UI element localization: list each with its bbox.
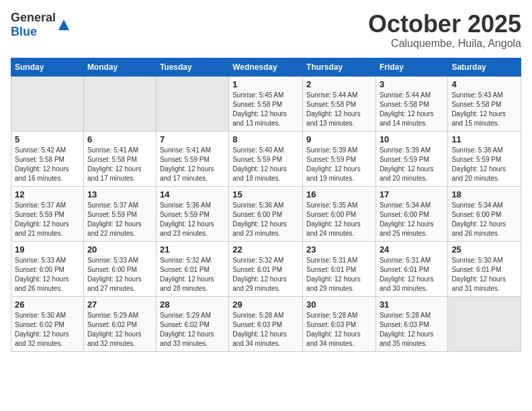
day-info: Sunrise: 5:34 AM Sunset: 6:00 PM Dayligh… — [380, 201, 444, 238]
calendar-cell: 6Sunrise: 5:41 AM Sunset: 5:58 PM Daylig… — [83, 131, 156, 186]
day-number: 13 — [87, 189, 152, 199]
day-info: Sunrise: 5:31 AM Sunset: 6:01 PM Dayligh… — [380, 256, 444, 293]
day-number: 31 — [380, 300, 444, 310]
calendar-cell — [156, 76, 228, 131]
day-info: Sunrise: 5:32 AM Sunset: 6:01 PM Dayligh… — [232, 256, 299, 293]
day-info: Sunrise: 5:31 AM Sunset: 6:01 PM Dayligh… — [306, 256, 372, 293]
calendar-cell: 3Sunrise: 5:44 AM Sunset: 5:58 PM Daylig… — [375, 76, 447, 131]
day-number: 4 — [451, 79, 517, 89]
weekday-saturday: Saturday — [448, 58, 521, 76]
logo-blue: Blue — [11, 25, 37, 38]
day-info: Sunrise: 5:43 AM Sunset: 5:58 PM Dayligh… — [451, 91, 517, 128]
day-number: 15 — [232, 189, 299, 199]
day-info: Sunrise: 5:35 AM Sunset: 6:00 PM Dayligh… — [306, 201, 372, 238]
day-number: 14 — [160, 189, 225, 199]
day-info: Sunrise: 5:42 AM Sunset: 5:58 PM Dayligh… — [15, 146, 80, 183]
day-info: Sunrise: 5:28 AM Sunset: 6:03 PM Dayligh… — [306, 311, 372, 349]
calendar-cell: 19Sunrise: 5:33 AM Sunset: 6:00 PM Dayli… — [11, 241, 84, 296]
logo-general: General — [11, 11, 56, 24]
calendar-cell: 17Sunrise: 5:34 AM Sunset: 6:00 PM Dayli… — [375, 186, 447, 241]
calendar-body: 1Sunrise: 5:45 AM Sunset: 5:58 PM Daylig… — [11, 76, 521, 351]
calendar-cell: 31Sunrise: 5:28 AM Sunset: 6:03 PM Dayli… — [375, 296, 447, 351]
calendar-cell: 21Sunrise: 5:32 AM Sunset: 6:01 PM Dayli… — [156, 241, 228, 296]
calendar-week-2: 12Sunrise: 5:37 AM Sunset: 5:59 PM Dayli… — [11, 186, 521, 241]
calendar-cell — [83, 76, 156, 131]
calendar-week-4: 26Sunrise: 5:30 AM Sunset: 6:02 PM Dayli… — [11, 296, 521, 351]
calendar-cell: 15Sunrise: 5:36 AM Sunset: 6:00 PM Dayli… — [229, 186, 303, 241]
day-number: 28 — [160, 300, 225, 310]
calendar-cell: 8Sunrise: 5:40 AM Sunset: 5:59 PM Daylig… — [229, 131, 303, 186]
day-number: 25 — [451, 244, 517, 255]
day-info: Sunrise: 5:39 AM Sunset: 5:59 PM Dayligh… — [306, 146, 372, 183]
calendar-cell: 11Sunrise: 5:38 AM Sunset: 5:59 PM Dayli… — [448, 131, 521, 186]
calendar-cell: 5Sunrise: 5:42 AM Sunset: 5:58 PM Daylig… — [11, 131, 84, 186]
calendar-cell: 24Sunrise: 5:31 AM Sunset: 6:01 PM Dayli… — [375, 241, 447, 296]
calendar-cell: 23Sunrise: 5:31 AM Sunset: 6:01 PM Dayli… — [303, 241, 376, 296]
svg-marker-0 — [58, 19, 69, 30]
day-info: Sunrise: 5:37 AM Sunset: 5:59 PM Dayligh… — [15, 201, 80, 238]
calendar-week-1: 5Sunrise: 5:42 AM Sunset: 5:58 PM Daylig… — [11, 131, 521, 186]
day-number: 8 — [232, 134, 299, 144]
calendar-cell: 2Sunrise: 5:44 AM Sunset: 5:58 PM Daylig… — [303, 76, 376, 131]
calendar-cell: 4Sunrise: 5:43 AM Sunset: 5:58 PM Daylig… — [448, 76, 521, 131]
day-number: 5 — [15, 134, 80, 144]
day-info: Sunrise: 5:33 AM Sunset: 6:00 PM Dayligh… — [87, 256, 152, 293]
title-block: October 2025 Caluquembe, Huila, Angola — [368, 11, 521, 50]
day-number: 24 — [380, 244, 444, 255]
day-number: 2 — [306, 79, 372, 89]
calendar-cell: 13Sunrise: 5:37 AM Sunset: 5:59 PM Dayli… — [83, 186, 156, 241]
calendar-cell: 20Sunrise: 5:33 AM Sunset: 6:00 PM Dayli… — [83, 241, 156, 296]
day-number: 9 — [306, 134, 372, 144]
day-number: 27 — [87, 300, 152, 310]
calendar-cell: 9Sunrise: 5:39 AM Sunset: 5:59 PM Daylig… — [303, 131, 376, 186]
day-number: 10 — [380, 134, 444, 144]
day-info: Sunrise: 5:37 AM Sunset: 5:59 PM Dayligh… — [87, 201, 152, 238]
day-info: Sunrise: 5:28 AM Sunset: 6:03 PM Dayligh… — [232, 311, 299, 349]
day-info: Sunrise: 5:30 AM Sunset: 6:01 PM Dayligh… — [451, 256, 517, 293]
weekday-header-row: SundayMondayTuesdayWednesdayThursdayFrid… — [11, 58, 521, 76]
day-number: 23 — [306, 244, 372, 255]
day-info: Sunrise: 5:38 AM Sunset: 5:59 PM Dayligh… — [451, 146, 517, 183]
day-info: Sunrise: 5:29 AM Sunset: 6:02 PM Dayligh… — [160, 311, 225, 349]
day-number: 18 — [451, 189, 517, 199]
logo-icon — [57, 18, 71, 32]
day-info: Sunrise: 5:44 AM Sunset: 5:58 PM Dayligh… — [380, 91, 444, 128]
weekday-monday: Monday — [83, 58, 156, 76]
logo: General Blue — [11, 11, 71, 39]
calendar-week-0: 1Sunrise: 5:45 AM Sunset: 5:58 PM Daylig… — [11, 76, 521, 131]
day-number: 3 — [380, 79, 444, 89]
day-info: Sunrise: 5:28 AM Sunset: 6:03 PM Dayligh… — [380, 311, 444, 349]
day-info: Sunrise: 5:34 AM Sunset: 6:00 PM Dayligh… — [451, 201, 517, 238]
day-number: 19 — [15, 244, 80, 255]
calendar-cell: 26Sunrise: 5:30 AM Sunset: 6:02 PM Dayli… — [11, 296, 84, 351]
month-title: October 2025 — [368, 11, 521, 38]
day-number: 30 — [306, 300, 372, 310]
calendar-cell: 16Sunrise: 5:35 AM Sunset: 6:00 PM Dayli… — [303, 186, 376, 241]
day-info: Sunrise: 5:30 AM Sunset: 6:02 PM Dayligh… — [15, 311, 80, 349]
calendar-header: SundayMondayTuesdayWednesdayThursdayFrid… — [11, 58, 521, 76]
calendar-cell: 30Sunrise: 5:28 AM Sunset: 6:03 PM Dayli… — [303, 296, 376, 351]
weekday-wednesday: Wednesday — [229, 58, 303, 76]
day-info: Sunrise: 5:41 AM Sunset: 5:58 PM Dayligh… — [87, 146, 152, 183]
day-info: Sunrise: 5:32 AM Sunset: 6:01 PM Dayligh… — [160, 256, 225, 293]
day-number: 20 — [87, 244, 152, 255]
calendar-cell — [11, 76, 84, 131]
day-number: 11 — [451, 134, 517, 144]
calendar-cell: 25Sunrise: 5:30 AM Sunset: 6:01 PM Dayli… — [448, 241, 521, 296]
weekday-thursday: Thursday — [303, 58, 376, 76]
weekday-sunday: Sunday — [11, 58, 84, 76]
calendar-cell: 12Sunrise: 5:37 AM Sunset: 5:59 PM Dayli… — [11, 186, 84, 241]
calendar-cell: 14Sunrise: 5:36 AM Sunset: 5:59 PM Dayli… — [156, 186, 228, 241]
location: Caluquembe, Huila, Angola — [368, 38, 521, 50]
day-number: 12 — [15, 189, 80, 199]
calendar-cell: 28Sunrise: 5:29 AM Sunset: 6:02 PM Dayli… — [156, 296, 228, 351]
day-info: Sunrise: 5:44 AM Sunset: 5:58 PM Dayligh… — [306, 91, 372, 128]
weekday-friday: Friday — [375, 58, 447, 76]
calendar-table: SundayMondayTuesdayWednesdayThursdayFrid… — [11, 58, 521, 352]
calendar-cell: 1Sunrise: 5:45 AM Sunset: 5:58 PM Daylig… — [229, 76, 303, 131]
weekday-tuesday: Tuesday — [156, 58, 228, 76]
calendar-cell: 22Sunrise: 5:32 AM Sunset: 6:01 PM Dayli… — [229, 241, 303, 296]
day-number: 1 — [232, 79, 299, 89]
day-info: Sunrise: 5:41 AM Sunset: 5:59 PM Dayligh… — [160, 146, 225, 183]
calendar-cell: 10Sunrise: 5:39 AM Sunset: 5:59 PM Dayli… — [375, 131, 447, 186]
